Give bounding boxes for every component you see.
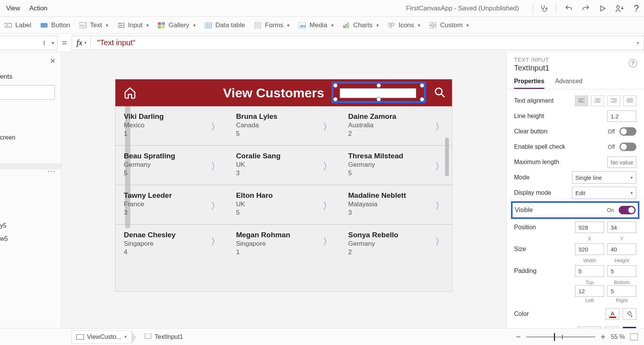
insert-charts[interactable]: Charts▾ bbox=[343, 21, 379, 29]
redo-icon[interactable] bbox=[581, 4, 590, 13]
fill-color-button[interactable] bbox=[623, 308, 636, 320]
home-icon[interactable] bbox=[122, 85, 138, 100]
spell-check-toggle[interactable] bbox=[619, 143, 636, 151]
customer-card[interactable]: Daine ZamoraAustralia2〉 bbox=[340, 106, 452, 146]
customer-card[interactable]: Viki DarlingMexico1〉 bbox=[115, 106, 228, 146]
visible-toggle[interactable] bbox=[619, 206, 636, 214]
display-mode-select[interactable]: Edit▾ bbox=[572, 187, 636, 199]
search-icon[interactable] bbox=[433, 85, 447, 99]
insert-label[interactable]: A Label bbox=[5, 21, 31, 29]
mode-value: Single line bbox=[575, 174, 602, 181]
align-right-button[interactable] bbox=[607, 95, 620, 106]
position-y-input[interactable] bbox=[607, 222, 636, 233]
insert-forms[interactable]: Forms▾ bbox=[254, 21, 289, 29]
customer-card[interactable]: Beau SpratlingGermany5〉 bbox=[115, 146, 228, 185]
chevron-right-icon[interactable]: 〉 bbox=[435, 200, 444, 212]
resize-handle[interactable] bbox=[333, 83, 338, 88]
tab-properties[interactable]: Properties bbox=[514, 78, 544, 89]
play-icon[interactable] bbox=[598, 4, 607, 13]
chevron-right-icon[interactable]: 〉 bbox=[323, 121, 332, 133]
font-color-button[interactable]: A bbox=[606, 308, 619, 320]
chevron-right-icon[interactable]: 〉 bbox=[435, 160, 444, 172]
tree-selected-item[interactable]: ··· bbox=[0, 163, 61, 169]
more-icon[interactable]: ··· bbox=[48, 167, 56, 175]
menu-view[interactable]: View bbox=[6, 5, 20, 12]
tree-heading: ents bbox=[0, 73, 61, 80]
breadcrumb-control[interactable]: TextInput1 bbox=[140, 330, 188, 343]
insert-datatable[interactable]: Data table bbox=[205, 21, 245, 29]
close-icon[interactable]: ✕ bbox=[50, 57, 56, 65]
customer-card[interactable]: Madaline NeblettMalayasia3〉 bbox=[340, 185, 452, 225]
chevron-right-icon[interactable]: 〉 bbox=[323, 200, 332, 212]
chevron-right-icon[interactable]: 〉 bbox=[211, 235, 220, 248]
chevron-right-icon[interactable]: 〉 bbox=[323, 235, 332, 248]
insert-media[interactable]: Media▾ bbox=[299, 21, 333, 29]
breadcrumb-screen[interactable]: ViewCusto... ▾ bbox=[71, 330, 132, 343]
resize-handle[interactable] bbox=[333, 97, 338, 102]
customer-card[interactable]: Coralie SangUK3〉 bbox=[228, 146, 340, 185]
customer-card[interactable]: Elton HaroUK5〉 bbox=[228, 185, 340, 225]
chevron-right-icon[interactable]: 〉 bbox=[435, 235, 444, 248]
customer-card[interactable]: Tawny LeederFrance3〉 bbox=[115, 185, 228, 225]
tree-search-input[interactable] bbox=[0, 85, 55, 100]
prop-spell-check-label: Enable spell check bbox=[514, 143, 608, 150]
help-icon[interactable]: ? bbox=[632, 4, 641, 13]
insert-button[interactable]: Button bbox=[41, 21, 70, 29]
insert-text[interactable]: Abc Text▾ bbox=[79, 21, 108, 29]
size-width-input[interactable] bbox=[575, 243, 604, 255]
customer-card[interactable]: Bruna LylesCanada5〉 bbox=[228, 106, 340, 146]
chevron-right-icon[interactable]: 〉 bbox=[211, 121, 220, 133]
formula-input[interactable]: "Text input" ▾ bbox=[91, 36, 644, 50]
position-x-input[interactable] bbox=[575, 222, 604, 233]
menu-action[interactable]: Action bbox=[30, 5, 48, 12]
tab-advanced[interactable]: Advanced bbox=[555, 78, 582, 89]
align-center-button[interactable] bbox=[591, 95, 604, 106]
customer-card[interactable]: Megan RohmanSingapore1〉 bbox=[228, 225, 340, 253]
line-height-input[interactable] bbox=[607, 110, 636, 122]
insert-input[interactable]: Input▾ bbox=[117, 21, 149, 29]
tree-item[interactable]: y5 bbox=[0, 219, 61, 232]
resize-handle[interactable] bbox=[376, 83, 381, 88]
app-canvas[interactable]: View Customers Viki DarlingMexico1〉Bruna… bbox=[115, 79, 452, 292]
chevron-down-icon[interactable]: ▾ bbox=[637, 40, 639, 46]
undo-icon[interactable] bbox=[564, 4, 573, 13]
tree-screen-item[interactable]: creen bbox=[0, 131, 61, 144]
resize-handle[interactable] bbox=[420, 83, 424, 88]
padding-right-input[interactable] bbox=[607, 285, 636, 297]
padding-top-input[interactable] bbox=[575, 265, 604, 277]
chevron-right-icon[interactable]: 〉 bbox=[211, 160, 220, 172]
chevron-right-icon[interactable]: 〉 bbox=[211, 200, 220, 212]
property-dropdown[interactable]: I ▾ bbox=[0, 36, 58, 50]
customer-card[interactable]: Sonya RebelloGermany2〉 bbox=[340, 225, 452, 253]
customer-name: Elton Haro bbox=[236, 191, 333, 200]
share-icon[interactable] bbox=[615, 4, 624, 13]
insert-gallery[interactable]: Gallery▾ bbox=[158, 21, 196, 29]
clear-button-toggle[interactable] bbox=[619, 127, 636, 136]
mode-select[interactable]: Single line▾ bbox=[572, 171, 636, 184]
button-icon bbox=[41, 22, 48, 29]
properties-panel: TEXT INPUT TextInput1 ? Properties Advan… bbox=[506, 52, 644, 328]
size-height-input[interactable] bbox=[607, 243, 636, 255]
chevron-right-icon[interactable]: 〉 bbox=[435, 121, 444, 133]
padding-bottom-input[interactable] bbox=[607, 265, 636, 277]
customer-card[interactable]: Thresa MilsteadGermany5〉 bbox=[340, 146, 452, 185]
padding-left-input[interactable] bbox=[575, 285, 604, 297]
zoom-slider[interactable] bbox=[526, 337, 595, 337]
fullscreen-icon[interactable] bbox=[630, 334, 638, 340]
selected-textinput-control[interactable] bbox=[332, 82, 426, 103]
resize-handle[interactable] bbox=[420, 97, 424, 102]
zoom-in-button[interactable]: + bbox=[601, 332, 606, 342]
chevron-right-icon[interactable]: 〉 bbox=[323, 160, 332, 172]
stethoscope-icon[interactable] bbox=[539, 4, 549, 13]
max-length-input[interactable] bbox=[607, 156, 636, 168]
insert-custom[interactable]: Custom▾ bbox=[429, 21, 469, 29]
help-icon[interactable]: ? bbox=[629, 59, 637, 67]
tree-item[interactable]: w5 bbox=[0, 232, 61, 245]
align-left-button[interactable] bbox=[575, 95, 588, 106]
align-justify-button[interactable] bbox=[623, 95, 636, 106]
fx-button[interactable]: fx ▾ bbox=[72, 36, 91, 50]
customer-card[interactable]: Denae ChesleySingapore4〉 bbox=[115, 225, 228, 253]
insert-icons[interactable]: Icons▾ bbox=[388, 21, 421, 29]
zoom-out-button[interactable]: − bbox=[516, 332, 521, 342]
resize-handle[interactable] bbox=[376, 97, 381, 102]
